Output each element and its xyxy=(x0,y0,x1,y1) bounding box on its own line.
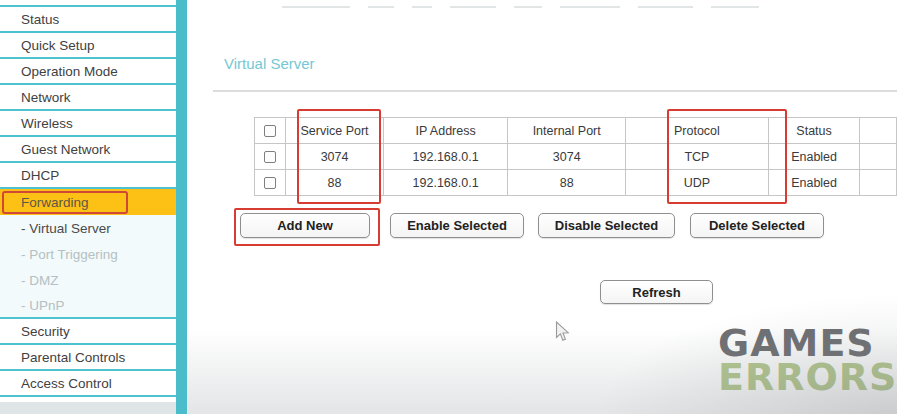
column-header-status: Status xyxy=(768,118,860,144)
sidebar-item-upnp[interactable]: - UPnP xyxy=(0,293,176,319)
select-all-cell xyxy=(255,118,286,144)
row-checkbox[interactable] xyxy=(264,151,276,163)
cell-internal-port: 3074 xyxy=(508,144,626,170)
sidebar-item-label: Wireless xyxy=(21,116,73,131)
column-header-internal-port: Internal Port xyxy=(508,118,626,144)
sidebar-item-label: - UPnP xyxy=(21,298,65,313)
sidebar-item-security[interactable]: Security xyxy=(0,319,176,345)
router-admin-page: StatusQuick SetupOperation ModeNetworkWi… xyxy=(0,0,897,414)
sidebar-item-label: Network xyxy=(21,90,71,105)
sidebar-item-label: Guest Network xyxy=(21,142,110,157)
sidebar-item-dmz[interactable]: - DMZ xyxy=(0,267,176,293)
bottom-gradient-shade xyxy=(187,329,897,414)
virtual-server-table: Service PortIP AddressInternal PortProto… xyxy=(254,117,897,196)
cell-service-port: 88 xyxy=(286,170,384,196)
watermark-line2: ERRORS xyxy=(718,360,897,394)
sidebar-item-port-triggering[interactable]: - Port Triggering xyxy=(0,241,176,267)
select-all-checkbox[interactable] xyxy=(264,125,276,137)
row-checkbox[interactable] xyxy=(264,177,276,189)
page-title: Virtual Server xyxy=(224,55,315,72)
refresh-button[interactable]: Refresh xyxy=(600,280,713,304)
sidebar-item-access-control[interactable]: Access Control xyxy=(0,371,176,397)
sidebar-filler-gray xyxy=(0,402,176,414)
cell-clipped xyxy=(860,144,897,170)
table-header-row: Service PortIP AddressInternal PortProto… xyxy=(255,118,897,144)
table-row: 3074192.168.0.13074TCPEnabled xyxy=(255,144,897,170)
sidebar-item-operation-mode[interactable]: Operation Mode xyxy=(0,59,176,85)
sidebar-item-label: Access Control xyxy=(21,376,112,391)
sidebar-nav: StatusQuick SetupOperation ModeNetworkWi… xyxy=(0,0,176,414)
mouse-cursor-icon xyxy=(555,321,571,343)
column-header-clipped xyxy=(860,118,897,144)
column-header-protocol: Protocol xyxy=(626,118,769,144)
sidebar-item-label: Security xyxy=(21,324,70,339)
sidebar-item-forwarding[interactable]: Forwarding xyxy=(0,189,176,215)
column-header-ip-address: IP Address xyxy=(383,118,507,144)
enable-selected-button[interactable]: Enable Selected xyxy=(390,213,524,238)
sidebar-item-status[interactable]: Status xyxy=(0,7,176,33)
cell-clipped xyxy=(860,170,897,196)
sidebar-item-network[interactable]: Network xyxy=(0,85,176,111)
cell-status: Enabled xyxy=(768,144,860,170)
sidebar-item-label: Parental Controls xyxy=(21,350,125,365)
sidebar-top-gap xyxy=(0,0,176,7)
annotation-forwarding-box xyxy=(2,191,128,214)
sidebar-item-label: - DMZ xyxy=(21,273,59,288)
cell-status: Enabled xyxy=(768,170,860,196)
delete-selected-button[interactable]: Delete Selected xyxy=(690,213,824,238)
cell-ip-address: 192.168.0.1 xyxy=(383,144,507,170)
column-header-service-port: Service Port xyxy=(286,118,384,144)
sidebar-item-label: Status xyxy=(21,12,59,27)
sidebar-items: StatusQuick SetupOperation ModeNetworkWi… xyxy=(0,7,176,397)
cell-internal-port: 88 xyxy=(508,170,626,196)
sidebar-item-label: - Port Triggering xyxy=(21,247,118,262)
sidebar-item-label: Quick Setup xyxy=(21,38,95,53)
sidebar-item-guest-network[interactable]: Guest Network xyxy=(0,137,176,163)
top-faint-dashes xyxy=(282,6,759,8)
watermark: GAMES ERRORS xyxy=(718,326,897,394)
sidebar-item-virtual-server[interactable]: - Virtual Server xyxy=(0,215,176,241)
sidebar-item-parental-controls[interactable]: Parental Controls xyxy=(0,345,176,371)
disable-selected-button[interactable]: Disable Selected xyxy=(538,213,675,238)
sidebar-item-label: - Virtual Server xyxy=(21,221,111,236)
sidebar-item-label: Operation Mode xyxy=(21,64,118,79)
row-select-cell xyxy=(255,144,286,170)
watermark-line1: GAMES xyxy=(718,326,897,360)
cell-service-port: 3074 xyxy=(286,144,384,170)
title-divider xyxy=(213,90,897,92)
main-content: Virtual Server Service PortIP AddressInt… xyxy=(187,0,897,414)
sidebar-accent-bar xyxy=(176,0,187,414)
sidebar-item-wireless[interactable]: Wireless xyxy=(0,111,176,137)
row-select-cell xyxy=(255,170,286,196)
table-row: 88192.168.0.188UDPEnabled xyxy=(255,170,897,196)
cell-protocol: UDP xyxy=(626,170,769,196)
sidebar-item-dhcp[interactable]: DHCP xyxy=(0,163,176,189)
cell-ip-address: 192.168.0.1 xyxy=(383,170,507,196)
add-new-button[interactable]: Add New xyxy=(240,213,370,238)
sidebar-item-label: DHCP xyxy=(21,168,59,183)
corner-gradient-shade xyxy=(597,294,897,414)
cell-protocol: TCP xyxy=(626,144,769,170)
sidebar-item-quick-setup[interactable]: Quick Setup xyxy=(0,33,176,59)
